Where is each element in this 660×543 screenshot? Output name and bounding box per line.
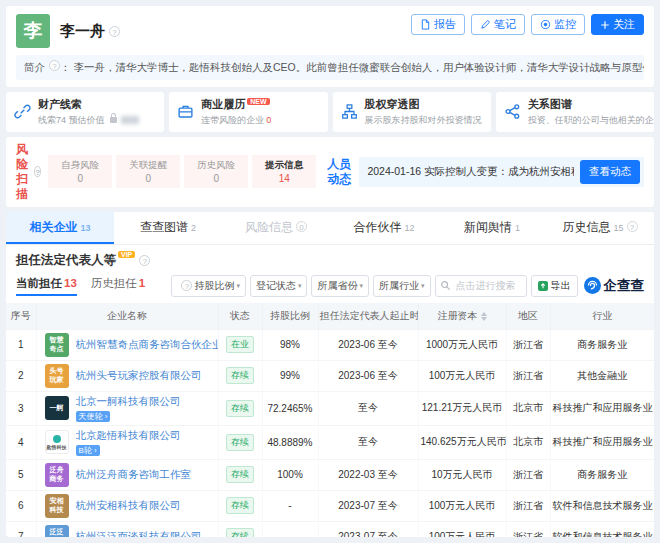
- region-cell: 浙江省: [506, 360, 550, 391]
- number-cell: 3: [6, 391, 36, 425]
- search-input[interactable]: [454, 279, 522, 292]
- follow-button[interactable]: 关注: [591, 14, 644, 35]
- relation-graph-card[interactable]: 关系图谱投资、任职的公司与他相关的企业: [496, 92, 654, 132]
- tab-partners[interactable]: 合作伙伴12: [330, 212, 438, 244]
- tab-news[interactable]: 新闻舆情1: [438, 212, 546, 244]
- column-header-持股比例: 持股比例: [262, 303, 318, 330]
- company-logo[interactable]: 头号玩家: [45, 364, 69, 388]
- filter-province-label: 所属省份: [317, 279, 357, 293]
- risk-scan-title: 风险扫描?: [16, 142, 41, 202]
- column-header-注册资本[interactable]: 注册资本: [418, 303, 506, 330]
- property-clues-card-subtitle: 线索 74 预估价值: [38, 114, 139, 127]
- capital-cell: 1000万元人民币: [418, 329, 506, 360]
- search-box[interactable]: [435, 275, 527, 297]
- logo-text: 匙悟科技: [47, 444, 67, 450]
- info-icon: ?: [49, 60, 60, 71]
- tab-news-label: 新闻舆情: [464, 220, 512, 234]
- company-logo[interactable]: 安相科技: [45, 494, 69, 518]
- subtab-history[interactable]: 历史担任1: [91, 276, 145, 296]
- tab-partners-count: 12: [404, 223, 414, 233]
- filter-industry-label: 所属行业: [379, 279, 419, 293]
- status-badge: 存续: [226, 367, 254, 384]
- equity-penetration-card[interactable]: 股权穿透图展示股东持股和对外投资情况: [333, 92, 491, 132]
- page: 李 李一舟 ? 报告笔记监控关注 简介?： 李一舟，清华大学博士，匙悟科技创始人…: [0, 0, 660, 543]
- industry-cell: 商务服务业: [550, 329, 654, 360]
- main-panel: 相关企业13查查图谱2风险信息0合作伙伴12新闻舆情1历史信息15? 担任法定代…: [6, 212, 654, 537]
- region-cell: 北京市: [506, 391, 550, 425]
- intro-label: 简介: [24, 61, 45, 73]
- equity-penetration-card-sub-text: 展示股东持股和对外投资情况: [365, 114, 482, 127]
- company-link[interactable]: 北京匙悟科技有限公司: [76, 429, 181, 443]
- pencil-icon: [480, 19, 491, 30]
- table-row: 5泛舟商务杭州泛舟商务咨询工作室存续100%2022-03 至今10万元人民币浙…: [6, 459, 654, 490]
- tab-related-companies[interactable]: 相关企业13: [6, 212, 114, 244]
- company-logo[interactable]: 泛舟商务: [45, 463, 69, 487]
- tab-chacha-graph[interactable]: 查查图谱2: [114, 212, 222, 244]
- company-link[interactable]: 杭州泛泛而谈科技有限公司: [76, 530, 202, 537]
- company-link[interactable]: 杭州安相科技有限公司: [76, 499, 181, 513]
- report-button-label: 报告: [434, 17, 456, 32]
- region-cell: 浙江省: [506, 521, 550, 537]
- number-cell: 6: [6, 490, 36, 521]
- company-link[interactable]: 北京一舸科技有限公司: [76, 395, 181, 409]
- company-cell-inner: 泛泛而谈杭州泛泛而谈科技有限公司: [39, 525, 216, 537]
- view-dynamics-button[interactable]: 查看动态: [580, 160, 640, 184]
- table-row: 4匙悟科技北京匙悟科技有限公司B轮 ›存续48.8889%至今140.625万元…: [6, 425, 654, 459]
- filter-province[interactable]: 所属省份▾: [311, 275, 369, 297]
- subtab-current[interactable]: 当前担任13: [16, 276, 77, 296]
- tab-history-count: 15: [613, 223, 623, 233]
- business-resume-card-subtitle: 连带风险的企业0: [201, 114, 271, 127]
- business-resume-card[interactable]: 商业履历NEW连带风险的企业0: [169, 92, 327, 132]
- company-link[interactable]: 杭州泛舟商务咨询工作室: [76, 468, 192, 482]
- region-cell: 浙江省: [506, 329, 550, 360]
- company-cell-inner: 泛舟商务杭州泛舟商务咨询工作室: [39, 463, 216, 487]
- company-link[interactable]: 杭州智慧奇点商务咨询合伙企业（有限合伙）: [76, 338, 219, 352]
- export-button[interactable]: 导出: [531, 275, 578, 297]
- estimate-label: 预估价值: [66, 114, 105, 127]
- industry-cell: 其他金融业: [550, 360, 654, 391]
- monitor-button[interactable]: 监控: [531, 14, 585, 35]
- company-cell: 泛泛而谈杭州泛泛而谈科技有限公司: [36, 521, 218, 537]
- business-resume-card-sub-count: 0: [266, 115, 271, 125]
- company-logo[interactable]: 泛泛而谈: [45, 525, 69, 537]
- status-cell: 在业: [218, 329, 262, 360]
- sort-icon[interactable]: [481, 312, 487, 321]
- capital-cell: 100万元人民币: [418, 360, 506, 391]
- relation-graph-card-title: 关系图谱: [528, 97, 654, 112]
- funding-tag[interactable]: 天使轮 ›: [76, 411, 111, 422]
- term-cell: 至今: [318, 425, 418, 459]
- company-cell: 匙悟科技北京匙悟科技有限公司B轮 ›: [36, 425, 218, 459]
- company-link[interactable]: 杭州头号玩家控股有限公司: [76, 369, 202, 383]
- tab-partners-label: 合作伙伴: [353, 220, 401, 234]
- number-cell: 5: [6, 459, 36, 490]
- risk-stat-提示信息: 提示信息14: [252, 155, 316, 188]
- industry-cell: 商务服务业: [550, 459, 654, 490]
- tab-history[interactable]: 历史信息15?: [546, 212, 654, 244]
- new-badge: NEW: [247, 98, 269, 105]
- tab-related-companies-count: 13: [80, 223, 90, 233]
- company-cell-inner: 安相科技杭州安相科技有限公司: [39, 494, 216, 518]
- property-clues-card[interactable]: 财产线索线索 74 预估价值: [6, 92, 164, 132]
- company-logo[interactable]: 匙悟科技: [45, 430, 69, 454]
- monitor-icon: [540, 19, 551, 30]
- status-cell: 存续: [218, 521, 262, 537]
- funding-tag[interactable]: B轮 ›: [76, 445, 100, 456]
- note-button[interactable]: 笔记: [471, 14, 525, 35]
- risk-scan-bar: 风险扫描? 自身风险0关联提醒0历史风险0提示信息14 人员动态 2024-01…: [6, 137, 654, 207]
- relation-graph-card-sub-text: 投资、任职的公司与他相关的企业: [528, 114, 654, 127]
- company-name-block: 杭州头号玩家控股有限公司: [76, 369, 202, 383]
- company-cell-inner: 头号玩家杭州头号玩家控股有限公司: [39, 364, 216, 388]
- risk-stat-label: 关联提醒: [129, 159, 167, 172]
- filter-share-ratio[interactable]: ?持股比例▾: [171, 275, 246, 297]
- ratio-cell: 48.8889%: [262, 425, 318, 459]
- company-logo[interactable]: 一舸: [45, 396, 69, 420]
- status-badge: 存续: [226, 466, 254, 483]
- filter-industry[interactable]: 所属行业▾: [373, 275, 431, 297]
- tab-risk-info[interactable]: 风险信息0: [222, 212, 330, 244]
- filter-reg-status-label: 登记状态: [256, 279, 296, 293]
- industry-cell: 软件和信息技术服务业: [550, 521, 654, 537]
- report-button[interactable]: 报告: [411, 14, 465, 35]
- term-cell: 2023-06 至今: [318, 360, 418, 391]
- company-logo[interactable]: 智慧奇点: [45, 333, 69, 357]
- filter-reg-status[interactable]: 登记状态▾: [250, 275, 308, 297]
